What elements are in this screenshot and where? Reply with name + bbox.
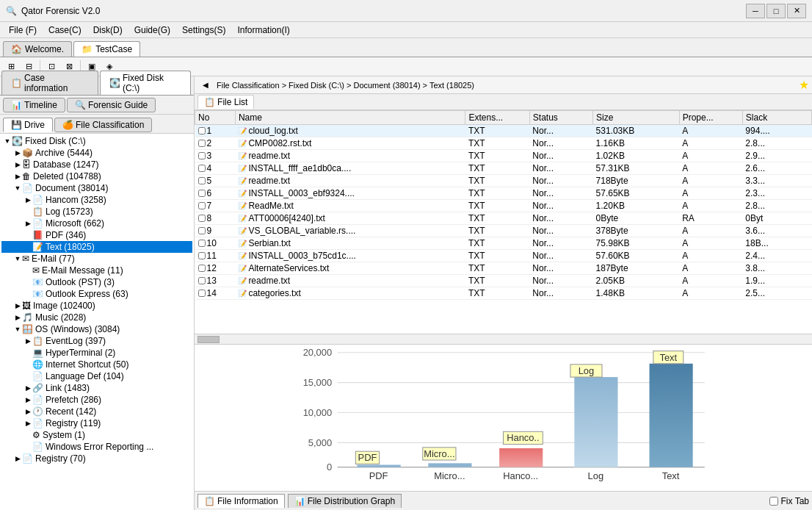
row-checkbox[interactable] (198, 177, 206, 184)
file-list-tab[interactable]: 📋 File List (197, 95, 254, 109)
table-row[interactable]: 11📝INSTALL_0003_b75cd1c....TXTNor...57.6… (195, 250, 812, 262)
row-checkbox[interactable] (198, 190, 206, 197)
tree-toggle-music[interactable]: ▶ (13, 314, 22, 321)
table-row[interactable]: 7📝ReadMe.txtTXTNor...1.20KBA2.8... (195, 200, 812, 212)
tree-node-outlook-express[interactable]: 📧 Outlook Express (63) (1, 288, 192, 300)
bookmark-star[interactable]: ★ (799, 78, 809, 92)
tree-node-internet-shortcut[interactable]: 🌐 Internet Shortcut (50) (1, 359, 192, 370)
table-row[interactable]: 4📝INSTALL_ffff_ae1db0ca....TXTNor...57.3… (195, 162, 812, 175)
tree-toggle-document[interactable]: ▼ (13, 184, 22, 192)
row-checkbox[interactable] (198, 277, 206, 284)
tree-toggle-deleted[interactable]: ▶ (13, 173, 22, 180)
tree-toggle-hancom[interactable]: ▶ (23, 196, 32, 204)
tree-toggle-registry[interactable]: ▶ (23, 420, 32, 427)
table-row[interactable]: 6📝INSTALL_0003_ebf9324....TXTNor...57.65… (195, 187, 812, 200)
fix-tab-checkbox[interactable] (769, 497, 778, 506)
tree-node-database[interactable]: ▶ 🗄 Database (1247) (1, 159, 192, 170)
menu-information[interactable]: Information(I) (231, 24, 295, 37)
tree-toggle-fixed_disk[interactable]: ▼ (3, 137, 12, 145)
sub-tab-file-classification[interactable]: 🍊 File Classification (54, 118, 152, 132)
table-row[interactable]: 9📝VS_GLOBAL_variable.rs....TXTNor...378B… (195, 225, 812, 237)
tree-node-eventlog[interactable]: ▶ 📋 EventLog (397) (1, 335, 192, 347)
tree-toggle-database[interactable]: ▶ (13, 161, 22, 168)
menu-guide[interactable]: Guide(G) (128, 24, 176, 37)
tree-node-windows-error[interactable]: 📄 Windows Error Reporting ... (1, 441, 192, 453)
tree-node-microsoft[interactable]: ▶ 📄 Microsoft (662) (1, 218, 192, 229)
menu-settings[interactable]: Settings(S) (176, 24, 231, 37)
tree-node-registry[interactable]: ▶ 📄 Registry (119) (1, 417, 192, 429)
row-checkbox[interactable] (198, 165, 206, 172)
tree-node-hancom[interactable]: ▶ 📄 Hancom (3258) (1, 194, 192, 206)
tab-welcome[interactable]: 🏠 Welcome. (3, 41, 72, 57)
menu-disk[interactable]: Disk(D) (87, 24, 128, 37)
tree-node-outlook-pst[interactable]: 📧 Outlook (PST) (3) (1, 276, 192, 288)
tree-node-image[interactable]: ▶ 🖼 Image (102400) (1, 300, 192, 312)
tree-toggle-eventlog[interactable]: ▶ (23, 337, 32, 345)
tree-node-email[interactable]: ▼ ✉ E-Mail (77) (1, 253, 192, 265)
tree-toggle-image[interactable]: ▶ (13, 302, 22, 309)
h-scroll[interactable] (195, 334, 812, 344)
tree-toggle-prefetch[interactable]: ▶ (23, 396, 32, 403)
tab-file-distribution-graph[interactable]: 📊 File Distribution Graph (288, 494, 402, 508)
row-checkbox[interactable] (198, 152, 206, 159)
tree-toggle-link[interactable]: ▶ (23, 384, 32, 392)
tree-node-document[interactable]: ▼ 📄 Document (38014) (1, 182, 192, 194)
tree-toggle-email[interactable]: ▼ (13, 255, 22, 262)
table-row[interactable]: 10📝Serbian.txtTXTNor...75.98KBA18B... (195, 237, 812, 250)
tree-node-archive[interactable]: ▶ 📦 Archive (5444) (1, 147, 192, 159)
tree-node-pdf[interactable]: 📕 PDF (346) (1, 229, 192, 241)
menu-file[interactable]: File (F) (3, 24, 43, 37)
menu-case[interactable]: Case(C) (43, 24, 87, 37)
table-row[interactable]: 2📝CMP0082.rst.txtTXTNor...1.16KBA2.8... (195, 137, 812, 150)
table-row[interactable]: 14📝categories.txtTXTNor...1.48KBA2.5... (195, 287, 812, 300)
sub-tab-drive[interactable]: 💾 Drive (3, 118, 53, 132)
tree-node-os-windows[interactable]: ▼ 🪟 OS (Windows) (3084) (1, 323, 192, 335)
tab-fixed-disk[interactable]: 💽 Fixed Disk (C:\) (100, 71, 191, 95)
row-checkbox[interactable] (198, 265, 206, 272)
file-table-wrapper[interactable]: No Name Extens... Status Size Prope... S… (195, 110, 812, 334)
row-checkbox[interactable] (198, 202, 206, 209)
tree-node-deleted[interactable]: ▶ 🗑 Deleted (104788) (1, 170, 192, 182)
tree-node-log[interactable]: 📋 Log (15723) (1, 206, 192, 218)
close-button[interactable]: ✕ (787, 4, 806, 18)
tree-toggle-microsoft[interactable]: ▶ (23, 220, 32, 227)
file-tree[interactable]: ▼ 💽 Fixed Disk (C:\) ▶ 📦 Archive (5444) … (0, 134, 194, 510)
tree-toggle-archive[interactable]: ▶ (13, 149, 22, 157)
row-checkbox[interactable] (198, 140, 206, 147)
tree-node-prefetch[interactable]: ▶ 📄 Prefetch (286) (1, 394, 192, 406)
tree-node-link[interactable]: ▶ 🔗 Link (1483) (1, 382, 192, 394)
prefetch-icon: 📄 (32, 395, 43, 405)
row-checkbox[interactable] (198, 240, 206, 247)
minimize-button[interactable]: ─ (746, 4, 765, 18)
tree-toggle-registry2[interactable]: ▶ (13, 455, 22, 462)
row-checkbox[interactable] (198, 227, 206, 234)
tab-case-information[interactable]: 📋 Case information (1, 71, 98, 95)
table-row[interactable]: 8📝ATT00006[4240].txtTXTNor...0ByteRA0Byt (195, 212, 812, 225)
maximize-button[interactable]: □ (766, 4, 786, 18)
tab-file-information[interactable]: 📋 File Information (197, 494, 285, 508)
row-checkbox[interactable] (198, 252, 206, 259)
tree-node-text[interactable]: 📝 Text (18025) (1, 241, 192, 253)
tree-node-music[interactable]: ▶ 🎵 Music (2028) (1, 312, 192, 323)
sub-tab-timeline[interactable]: 📊 Timeline (3, 98, 65, 112)
tree-node-system[interactable]: ⚙ System (1) (1, 429, 192, 441)
tree-node-fixed_disk[interactable]: ▼ 💽 Fixed Disk (C:\) (1, 135, 192, 147)
tree-node-email-message[interactable]: ✉ E-Mail Message (11) (1, 265, 192, 276)
table-row[interactable]: 5📝readme.txtTXTNor...718ByteA3.3... (195, 175, 812, 187)
row-checkbox[interactable] (198, 127, 206, 134)
row-checkbox[interactable] (198, 215, 206, 222)
tree-node-registry2[interactable]: ▶ 📄 Registry (70) (1, 453, 192, 464)
tree-node-language-def[interactable]: 📄 Language Def (104) (1, 370, 192, 382)
row-checkbox[interactable] (198, 290, 206, 297)
tree-toggle-os-windows[interactable]: ▼ (13, 326, 22, 333)
tree-toggle-recent[interactable]: ▶ (23, 408, 32, 415)
sub-tab-forensic-guide[interactable]: 🔍 Forensic Guide (67, 98, 156, 112)
tree-node-hyperterminal[interactable]: 💻 HyperTerminal (2) (1, 347, 192, 359)
table-row[interactable]: 1📝cloud_log.txtTXTNor...531.03KBA994.... (195, 125, 812, 137)
breadcrumb-back[interactable]: ◀ (197, 77, 214, 93)
tab-testcase[interactable]: 📁 TestCase (73, 41, 140, 57)
table-row[interactable]: 3📝readme.txtTXTNor...1.02KBA2.9... (195, 150, 812, 162)
table-row[interactable]: 13📝readme.txtTXTNor...2.05KBA1.9... (195, 275, 812, 287)
tree-node-recent[interactable]: ▶ 🕐 Recent (142) (1, 406, 192, 417)
table-row[interactable]: 12📝AlternateServices.txtTXTNor...187Byte… (195, 262, 812, 275)
